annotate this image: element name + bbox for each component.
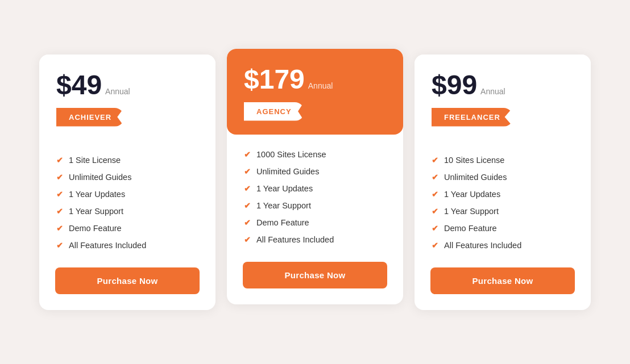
feature-item: ✔1 Year Updates — [244, 180, 386, 197]
feature-text: All Features Included — [444, 241, 521, 250]
price-amount-freelancer: $99 — [432, 72, 477, 99]
check-icon: ✔ — [56, 241, 63, 250]
check-icon: ✔ — [432, 224, 438, 233]
feature-text: Unlimited Guides — [256, 167, 319, 176]
features-list-achiever: ✔1 Site License✔Unlimited Guides✔1 Year … — [39, 140, 215, 267]
plan-badge-freelancer: FREELANCER — [432, 108, 513, 127]
check-icon: ✔ — [432, 156, 438, 165]
feature-text: Unlimited Guides — [69, 173, 131, 182]
price-row-achiever: $49Annual — [56, 72, 198, 99]
check-icon: ✔ — [432, 173, 438, 182]
price-row-freelancer: $99Annual — [432, 72, 574, 99]
feature-item: ✔All Features Included — [432, 237, 574, 254]
feature-text: 1 Year Updates — [444, 190, 500, 199]
feature-item: ✔1 Year Support — [56, 203, 198, 220]
check-icon: ✔ — [432, 207, 438, 216]
feature-item: ✔10 Sites License — [432, 152, 574, 169]
price-period-agency: Annual — [308, 81, 333, 90]
feature-text: All Features Included — [69, 241, 146, 250]
check-icon: ✔ — [244, 201, 251, 210]
purchase-button-freelancer[interactable]: Purchase Now — [430, 267, 575, 294]
check-icon: ✔ — [244, 184, 251, 193]
feature-text: 1 Year Support — [256, 201, 311, 210]
check-icon: ✔ — [244, 218, 251, 227]
check-icon: ✔ — [56, 207, 63, 216]
feature-text: 1 Year Updates — [256, 184, 313, 193]
card-header-achiever: $49AnnualACHIEVER — [39, 55, 215, 140]
feature-item: ✔Demo Feature — [432, 220, 574, 237]
features-list-freelancer: ✔10 Sites License✔Unlimited Guides✔1 Yea… — [415, 140, 591, 267]
feature-item: ✔1 Site License — [56, 152, 198, 169]
plan-badge-agency: AGENCY — [244, 102, 304, 121]
feature-text: 10 Sites License — [444, 156, 504, 165]
card-header-freelancer: $99AnnualFREELANCER — [415, 55, 591, 140]
feature-item: ✔1 Year Support — [244, 197, 386, 214]
price-period-freelancer: Annual — [480, 87, 505, 96]
feature-item: ✔1000 Sites License — [244, 146, 386, 163]
feature-text: Demo Feature — [444, 224, 497, 233]
feature-text: 1000 Sites License — [256, 150, 326, 159]
price-amount-achiever: $49 — [56, 72, 102, 99]
plan-badge-achiever: ACHIEVER — [56, 108, 124, 127]
feature-item: ✔Unlimited Guides — [56, 169, 198, 186]
feature-item: ✔All Features Included — [244, 231, 386, 248]
feature-text: Demo Feature — [256, 218, 309, 227]
feature-text: Unlimited Guides — [444, 173, 507, 182]
purchase-button-agency[interactable]: Purchase Now — [243, 262, 387, 288]
price-row-agency: $179Annual — [244, 66, 386, 93]
card-header-agency: $179AnnualAGENCY — [227, 49, 403, 135]
features-list-agency: ✔1000 Sites License✔Unlimited Guides✔1 Y… — [227, 135, 403, 262]
price-period-achiever: Annual — [105, 87, 130, 96]
feature-item: ✔Unlimited Guides — [432, 169, 574, 186]
check-icon: ✔ — [56, 173, 63, 182]
check-icon: ✔ — [244, 167, 251, 176]
feature-item: ✔1 Year Support — [432, 203, 574, 220]
purchase-button-achiever[interactable]: Purchase Now — [55, 267, 200, 294]
check-icon: ✔ — [56, 224, 63, 233]
feature-item: ✔1 Year Updates — [432, 186, 574, 203]
pricing-container: $49AnnualACHIEVER✔1 Site License✔Unlimit… — [0, 37, 630, 327]
feature-text: 1 Site License — [69, 156, 121, 165]
check-icon: ✔ — [56, 156, 63, 165]
pricing-card-agency: $179AnnualAGENCY✔1000 Sites License✔Unli… — [227, 49, 403, 304]
feature-item: ✔Unlimited Guides — [244, 163, 386, 180]
feature-text: Demo Feature — [69, 224, 122, 233]
check-icon: ✔ — [432, 241, 438, 250]
pricing-card-achiever: $49AnnualACHIEVER✔1 Site License✔Unlimit… — [39, 55, 215, 310]
feature-item: ✔Demo Feature — [244, 214, 386, 231]
price-amount-agency: $179 — [244, 66, 305, 93]
feature-text: All Features Included — [256, 235, 334, 244]
pricing-card-freelancer: $99AnnualFREELANCER✔10 Sites License✔Unl… — [415, 55, 591, 310]
check-icon: ✔ — [244, 235, 251, 244]
feature-item: ✔1 Year Updates — [56, 186, 198, 203]
check-icon: ✔ — [432, 190, 438, 199]
check-icon: ✔ — [244, 150, 251, 159]
feature-text: 1 Year Updates — [69, 190, 125, 199]
feature-item: ✔All Features Included — [56, 237, 198, 254]
feature-text: 1 Year Support — [69, 207, 123, 216]
feature-item: ✔Demo Feature — [56, 220, 198, 237]
check-icon: ✔ — [56, 190, 63, 199]
feature-text: 1 Year Support — [444, 207, 499, 216]
